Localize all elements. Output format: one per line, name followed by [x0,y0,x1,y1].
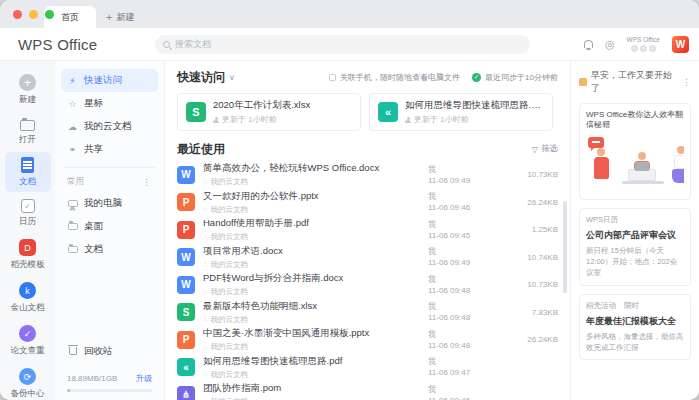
file-date: 11-06 09:48 [428,340,506,351]
file-name: 团队协作指南.pom [203,382,428,395]
scrollbar[interactable] [563,201,567,293]
cloud-location-icon [203,370,207,379]
file-name: 又一款好用的办公软件.pptx [203,190,428,203]
file-location: 我的云文档 [210,287,248,297]
file-location: 我的云文档 [210,370,248,380]
minimize-button[interactable] [29,10,38,19]
nav-item-documents-folder[interactable]: 文档 [61,238,158,261]
wps-office-window: 首页 + 新建 WPS Office ◎ WPS Office W [0,0,699,400]
sidebar-item-kingsoft-docs[interactable]: k 金山文档 [5,277,51,318]
docer-card-label: 稻壳活动 [586,301,616,311]
sidebar-item-docer-templates[interactable]: D 稻壳模板 [5,234,51,275]
search-bar[interactable] [155,35,530,54]
file-owner: 我 [428,329,506,340]
nav-item-my-computer[interactable]: 我的电脑 [61,192,158,215]
new-tab-label: 新建 [116,11,134,24]
new-tab-button[interactable]: + 新建 [96,6,144,28]
checkbox[interactable] [329,74,336,81]
limited-time-tag: 限时 [624,301,639,311]
cloud-location-icon [203,260,207,269]
upgrade-link[interactable]: 升级 [136,373,152,384]
file-name: 中国之美·水墨渐变中国风通用模板.pptx [203,327,428,340]
funnel-icon: ▽ [532,145,538,154]
account-widget[interactable]: WPS Office [627,36,660,52]
shared-pdf-icon: « [177,358,195,376]
desktop-folder-icon [68,223,78,230]
recent-file-row[interactable]: W 项目常用术语.docx 我的云文档 我11-06 09:49 10.74KB [177,244,558,272]
sync-check-icon: ✓ [472,73,481,82]
traffic-lights [13,10,54,19]
recent-file-row[interactable]: W PDF转Word与拆分合并指南.docx 我的云文档 我11-06 09:4… [177,271,558,299]
sidebar-item-paper-check[interactable]: ✓ 论文查重 [5,320,51,361]
document-icon [21,157,34,173]
star-icon: ☆ [67,99,78,109]
docer-promo-card[interactable]: 稻壳活动 限时 年度最佳汇报模板大全 多种风格，海量选择，助你高效完成工作汇报 [579,294,691,361]
file-location: 我的云文档 [210,177,248,187]
sidebar-item-open[interactable]: 打开 [5,112,51,150]
docx-file-icon: W [177,276,195,294]
file-size: 26.24KB [506,198,558,207]
quick-access-card[interactable]: S 2020年工作计划表.xlsx 更新于 1小时前 [177,93,361,131]
filter-button[interactable]: ▽ 筛选 [225,143,558,155]
shared-pdf-icon: « [378,102,398,122]
search-input[interactable] [175,39,522,49]
promo-title: WPS Office教你达人效率翻倍秘籍 [586,110,684,131]
sidebar-item-documents[interactable]: 文档 [5,152,51,192]
recent-file-row[interactable]: « 如何用思维导图快速梳理思路.pdf 我的云文档 我11-06 09:47 [177,354,558,382]
promo-card[interactable]: WPS Office教你达人效率翻倍秘籍 [579,103,691,200]
recent-file-row[interactable]: P 又一款好用的办公软件.pptx 我的云文档 我11-06 09:46 26.… [177,189,558,217]
file-date: 11-06 09:49 [428,257,506,268]
recent-file-row[interactable]: W 简单高效办公，轻松玩转WPS Office.docx 我的云文档 我11-0… [177,161,558,189]
file-location: 我的云文档 [210,315,248,325]
cloud-location-icon [203,343,207,352]
badge-icon [631,45,638,52]
link-phone-banner[interactable]: 关联手机，随时随地查看电脑文件 [329,72,460,83]
recent-file-row[interactable]: P 中国之美·水墨渐变中国风通用模板.pptx 我的云文档 我11-06 09:… [177,326,558,354]
nav-item-quick-access[interactable]: ⚡ 快速访问 [61,69,158,92]
wps-logo[interactable]: W [672,36,689,53]
recent-file-row[interactable]: S 最新版本特色功能明细.xlsx 我的云文档 我11-06 09:48 7.8… [177,299,558,327]
recent-file-row[interactable]: P Handoff使用帮助手册.pdf 我的云文档 我11-06 09:45 1… [177,216,558,244]
close-button[interactable] [13,10,22,19]
notification-bell-icon[interactable] [584,40,593,48]
file-name: PDF转Word与拆分合并指南.docx [203,272,428,285]
recent-file-row[interactable]: ⋔ 团队协作指南.pom 我的云文档 我11-06 09:46 [177,381,558,400]
file-owner: 我 [428,356,506,367]
file-date: 11-06 09:48 [428,312,506,323]
xlsx-file-icon: S [186,102,206,122]
recent-file-list: W 简单高效办公，轻松玩转WPS Office.docx 我的云文档 我11-0… [177,161,558,400]
nav-item-shared[interactable]: ⚭ 共享 [61,138,158,161]
nav-item-trash[interactable]: 回收站 [61,340,158,363]
calendar-icon: ✓ [21,199,35,213]
badge-icon [640,45,647,52]
file-name: 如何用思维导图快速梳理思路.pdf [203,355,428,368]
file-location: 我的云文档 [210,260,248,270]
file-name: 最新版本特色功能明细.xlsx [203,300,428,313]
zoom-button[interactable] [45,10,54,19]
more-icon[interactable]: ⋮ [142,177,152,187]
sidebar-item-backup-center[interactable]: ⟳ 备份中心 [5,363,51,400]
file-date: 11-06 09:48 [428,285,506,296]
file-size: 10.73KB [506,170,558,179]
more-icon[interactable]: ⋮ [682,77,691,87]
computer-icon [68,200,78,207]
nav-item-desktop[interactable]: 桌面 [61,215,158,238]
header-actions: ◎ WPS Office W [530,36,689,53]
sidebar-item-new[interactable]: + 新建 [5,69,51,110]
file-date: 11-06 09:46 [428,395,506,400]
file-meta: 更新于 1小时前 [222,114,277,125]
app-body: + 新建 打开 文档 ✓ 日历 D 稻壳模板 k 金山文档 [0,61,699,400]
quick-access-card[interactable]: « 如何用思维导图快速梳理思路.pdf 更新于 1小时前 [369,93,553,131]
new-plus-icon: + [19,74,36,91]
file-owner: 我 [428,384,506,395]
nav-item-starred[interactable]: ☆ 星标 [61,92,158,115]
sync-status-banner[interactable]: ✓ 最近同步于10分钟前 [472,72,558,83]
quick-access-title[interactable]: 快速访问 ∨ [177,69,235,86]
calendar-card[interactable]: WPS日历 公司内部产品评审会议 新日程 15分钟后（今天12:00）开始；地点… [579,208,691,286]
nav-item-cloud-docs[interactable]: ☁ 我的云文档 [61,115,158,138]
sidebar-item-calendar[interactable]: ✓ 日历 [5,194,51,232]
gear-icon[interactable]: ◎ [605,39,615,50]
paper-check-icon: ✓ [19,325,36,342]
pptx-file-icon: P [177,193,195,211]
app-title: WPS Office [18,36,155,53]
